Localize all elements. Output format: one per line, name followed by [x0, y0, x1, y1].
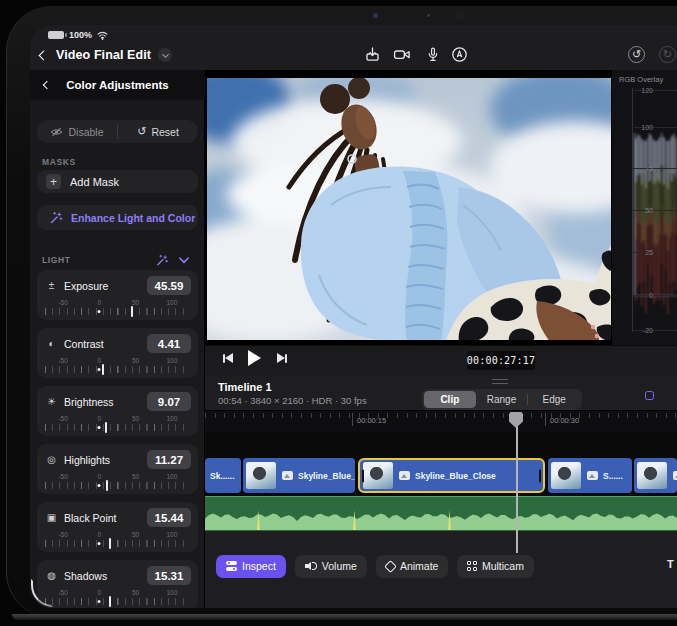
clip-thumbnail [551, 462, 581, 489]
contrast-icon: ◐ [46, 338, 57, 349]
enhance-light-color-button[interactable]: Enhance Light and Color [37, 205, 198, 230]
slider-value[interactable]: 11.27 [147, 450, 191, 469]
light-collapse-chevron-icon[interactable] [179, 257, 189, 264]
timecode-display: 00:00:27:17 [467, 351, 535, 370]
slider-ruler[interactable]: -50050100 [45, 531, 190, 549]
light-section-label: LIGHT [42, 255, 71, 265]
slider-ruler[interactable]: -50050100 [45, 299, 190, 317]
ruler-tick-label: 50 [132, 531, 139, 538]
reset-icon: ↺ [137, 125, 146, 138]
ruler-tick-label: 0 [98, 589, 102, 596]
volume-button[interactable]: Volume [295, 555, 367, 578]
front-camera [373, 13, 378, 18]
slider-value[interactable]: 9.07 [147, 392, 191, 411]
ruler-tick-label: -50 [58, 531, 67, 538]
photo-icon [282, 471, 293, 480]
segment-clip[interactable]: Clip [424, 391, 476, 408]
clipped-right-button[interactable]: T [667, 558, 674, 570]
skip-back-button[interactable] [223, 353, 233, 363]
clip-thumbnail [246, 462, 276, 489]
slider-card-highlights: ◎Highlights11.27-50050100 [37, 444, 198, 494]
inspect-icon [226, 561, 237, 571]
title-dropdown-button[interactable] [158, 48, 172, 62]
multicam-button[interactable]: Multicam [457, 555, 534, 578]
photo-icon [399, 471, 410, 480]
slider-card-exposure: ±Exposure45.59-50050100 [37, 270, 198, 320]
slider-label: Highlights [64, 454, 140, 466]
sensor-ring [455, 10, 465, 20]
audio-waveform [205, 497, 677, 530]
trim-handle-left[interactable] [362, 469, 364, 482]
battery-icon [48, 31, 64, 39]
slider-value[interactable]: 4.41 [147, 334, 191, 353]
import-button[interactable] [364, 46, 382, 64]
clip-thumbnail [637, 462, 667, 489]
add-mask-button[interactable]: + Add Mask [37, 170, 198, 193]
ruler-ticks [205, 413, 677, 418]
video-track: Sk......Skyline_Blue_WideSkyline_Blue_Cl… [205, 432, 677, 496]
inspect-button[interactable]: Inspect [216, 555, 286, 578]
back-chevron-icon[interactable] [39, 51, 49, 61]
skip-forward-button[interactable] [277, 353, 287, 363]
project-title[interactable]: Video Final Edit [56, 48, 151, 62]
clipped-purple-button[interactable] [645, 391, 654, 400]
panel-title: Color Adjustments [66, 79, 168, 91]
slider-value[interactable]: 15.44 [147, 508, 191, 527]
microphone-button[interactable] [425, 46, 443, 64]
camera-button[interactable] [393, 46, 411, 64]
video-preview [205, 70, 612, 345]
animate-label: Animate [400, 560, 439, 572]
scope-scale-label: 100 [641, 124, 653, 131]
pencil-annotate-button[interactable] [451, 46, 469, 64]
slider-value[interactable]: 45.59 [147, 276, 191, 295]
redo-button[interactable]: ↻ [659, 46, 676, 63]
video-frame [207, 75, 611, 343]
panel-header: Color Adjustments [30, 70, 205, 100]
masks-section-label: MASKS [42, 157, 76, 167]
play-button[interactable] [248, 350, 261, 366]
clip-label: Sk...... [210, 471, 235, 481]
timeline-ruler[interactable]: 00:00:15 00:00:30 [205, 410, 677, 432]
timeline-clip-sk......[interactable]: Sk...... [205, 458, 241, 493]
light-wand-icon[interactable] [155, 254, 169, 267]
segment-range[interactable]: Range [476, 391, 528, 408]
timeline-clip[interactable] [634, 458, 677, 493]
scope-scale-label: 75 [645, 165, 653, 172]
ruler-tick-label: 0 [98, 531, 102, 538]
scope-gridline [632, 330, 677, 331]
trim-handle-right[interactable] [539, 469, 541, 482]
ruler-tick-label: 50 [132, 589, 139, 596]
audio-track[interactable] [205, 496, 677, 531]
timeline-resize-grip[interactable] [492, 379, 508, 384]
animate-button[interactable]: Animate [376, 555, 449, 578]
ruler-tick-label: 100 [166, 531, 177, 538]
panel-back-chevron-icon[interactable] [43, 81, 51, 89]
slider-ruler[interactable]: -50050100 [45, 357, 190, 375]
slider-label: Contrast [64, 338, 140, 350]
add-mask-label: Add Mask [70, 176, 119, 188]
enhance-label: Enhance Light and Color [71, 212, 195, 224]
edit-mode-segmented-control: Clip Range Edge [422, 389, 582, 410]
undo-button[interactable]: ↺ [628, 46, 645, 63]
disable-button[interactable]: Disable [37, 126, 117, 138]
timeline-clip-skyline_blue_wide[interactable]: Skyline_Blue_Wide [243, 458, 355, 493]
nav-bar: Video Final Edit ↺ ↻ [30, 42, 677, 70]
scope-scale-label: -20 [643, 327, 653, 334]
reset-button[interactable]: ↺ Reset [118, 125, 198, 138]
slider-ruler[interactable]: -50050100 [45, 415, 190, 433]
multicam-label: Multicam [482, 560, 524, 572]
segment-edge[interactable]: Edge [528, 391, 580, 408]
color-adjustments-panel: Color Adjustments Disable ↺ Reset MASKS … [30, 70, 205, 608]
slider-ruler[interactable]: -50050100 [45, 589, 190, 607]
slider-value[interactable]: 15.31 [147, 566, 191, 585]
slider-ruler[interactable]: -50050100 [45, 473, 190, 491]
timeline-clip-s......[interactable]: S...... [548, 458, 632, 493]
slider-label: Shadows [64, 570, 140, 582]
timeline-meta: 00:54 · 3840 × 2160 · HDR · 30 fps [218, 395, 367, 406]
ruler-tick-label: -50 [58, 473, 67, 480]
scope-gridline [632, 252, 677, 253]
ruler-tick-label: 100 [166, 589, 177, 596]
slider-label: Exposure [64, 280, 140, 292]
ruler-tick-label: 0 [98, 473, 102, 480]
scope-gridline [632, 127, 677, 128]
